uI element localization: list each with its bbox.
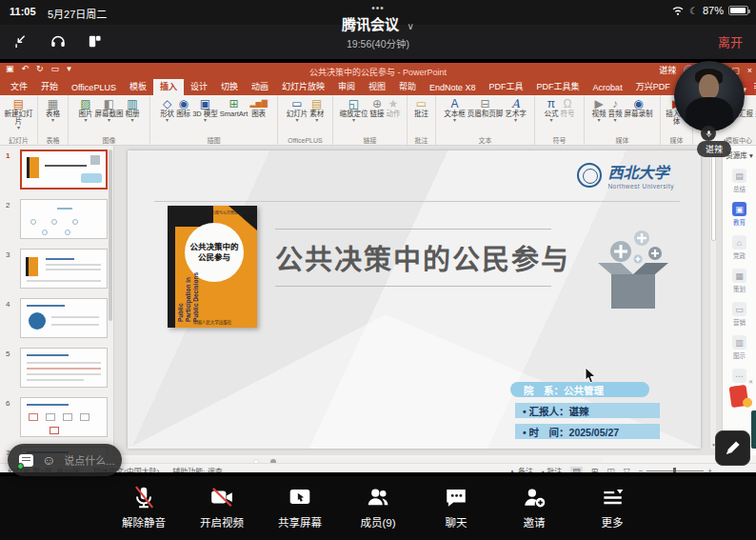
zoom-link-button[interactable]: ◱缩放定位▾ (339, 97, 369, 123)
symbol-button[interactable]: Ω符号 (560, 97, 576, 118)
hyperlink-button[interactable]: ⊕链接 (369, 97, 386, 118)
thumbnail-preview (81, 173, 102, 183)
presenter-webcam[interactable] (674, 61, 745, 131)
shapes-button[interactable]: ◇形状▾ (159, 97, 175, 123)
zoom-out-icon[interactable]: − (639, 467, 644, 472)
tab-officeplus[interactable]: OfficePLUS (65, 80, 123, 95)
members-button[interactable]: 成员(9) (350, 485, 406, 540)
leave-meeting-button[interactable]: 离开 (718, 32, 743, 50)
tab-review[interactable]: 审阅 (331, 79, 362, 95)
chevron-down-icon: ▾ (749, 151, 753, 160)
textbox-button[interactable]: A文本框▾ (443, 97, 467, 123)
red-envelope-promo[interactable] (729, 385, 749, 408)
tab-transitions[interactable]: 切换 (214, 79, 245, 95)
slide-sorter-view-icon[interactable]: ⊞ (591, 467, 599, 473)
start-video-button[interactable]: 开启视频 (194, 485, 249, 540)
ribbon-tabs: 文件 开始 OfficePLUS 模板 插入 设计 切换 动画 幻灯片放映 审阅… (0, 79, 756, 95)
tab-home[interactable]: 开始 (34, 79, 65, 95)
slide-thumbnail-3[interactable] (20, 249, 108, 289)
slide-thumbnail-6[interactable] (20, 397, 108, 437)
zoom-in-icon[interactable]: + (707, 467, 712, 472)
slide-thumbnail-4[interactable] (20, 298, 108, 338)
account-name[interactable]: 谌辣 (659, 64, 676, 76)
chart-button[interactable]: ▂▅▇图表 (249, 97, 268, 118)
share-screen-button[interactable]: 共享屏幕 (272, 485, 328, 540)
emoji-icon[interactable]: ☺ (42, 453, 55, 467)
tab-help[interactable]: 帮助 (392, 79, 423, 95)
wordart-button[interactable]: A艺术字▾ (504, 97, 527, 123)
book-series: 公共行政与公共管理经典译丛 (190, 210, 253, 215)
addin-item-diagram[interactable]: ▥图示 (723, 335, 756, 360)
smartart-button[interactable]: ⊞SmartArt (219, 97, 249, 118)
slide-title-block[interactable]: 公共决策中的公民参与 (275, 229, 551, 287)
dropdown-caret-icon: ▾ (315, 118, 318, 123)
dropdown-caret-icon: ▾ (295, 118, 298, 123)
tab-pdf-tools[interactable]: PDF工具 (483, 79, 530, 95)
annotation-pen-button[interactable] (715, 430, 750, 466)
more-button[interactable]: 更多 (585, 485, 640, 540)
addin-item-planning[interactable]: ▦策划 (723, 269, 756, 293)
chat-input-placeholder[interactable]: 说点什么... (64, 452, 114, 468)
header-footer-icon: ⊟ (480, 97, 489, 110)
slide[interactable]: 西北大学 Northwest University 公共行政与公共管理经典译丛 … (128, 150, 701, 449)
video-button[interactable]: ▶视频▾ (591, 97, 607, 123)
slide-thumbnail-1[interactable] (20, 150, 108, 190)
tab-endnote[interactable]: EndNote X8 (423, 80, 483, 95)
new-slide-button[interactable]: ▤新建幻灯片▾ (2, 97, 35, 130)
book-corner (229, 206, 257, 230)
thumbnail-scrollbar[interactable] (108, 146, 113, 455)
tab-insert[interactable]: 插入 (153, 79, 184, 95)
addin-item-party[interactable]: ⌂党政 (723, 235, 756, 260)
thumbnail-preview (29, 312, 46, 330)
icons-button[interactable]: ◉图标 (175, 97, 191, 118)
tab-file[interactable]: 文件 (4, 79, 34, 95)
header-footer-button[interactable]: ⊟页眉和页脚 (467, 97, 505, 118)
zoom-slider[interactable]: − + (639, 467, 712, 472)
quick-chat-bar[interactable]: ☺ 说点什么... (8, 444, 122, 476)
tab-design[interactable]: 设计 (184, 79, 214, 95)
table-button[interactable]: ▦表格▾ (45, 97, 61, 123)
screen-record-button[interactable]: ◉屏幕录制 (624, 97, 654, 118)
action-button[interactable]: ★动作 (386, 97, 402, 118)
album-button[interactable]: ▥相册▾ (125, 97, 141, 123)
presenter-info: 院 系：公共管理 • 汇报人：谌辣 • 时 间：2025/05/27 (510, 382, 663, 439)
audio-button[interactable]: ♪音频▾ (607, 97, 624, 123)
tab-animations[interactable]: 动画 (245, 79, 275, 95)
meeting-title[interactable]: 腾讯会议 (342, 16, 399, 32)
zoom-slider-thumb[interactable] (673, 468, 676, 472)
addin-item-education[interactable]: ▣教育 (723, 202, 756, 227)
picture-button[interactable]: ▨图片▾ (78, 97, 94, 123)
comment-button[interactable]: ▭批注 (413, 97, 429, 118)
close-window-icon[interactable]: × (747, 66, 752, 75)
chat-bubble-icon[interactable] (19, 454, 33, 467)
addin-item-summary[interactable]: ▤总结 (723, 169, 756, 193)
screenshot-button[interactable]: ◧屏幕截图▾ (94, 97, 125, 123)
unmute-button[interactable]: 解除静音 (116, 485, 171, 540)
canvas-vertical-scrollbar[interactable]: ▲ ▼ (709, 146, 716, 449)
tab-pdf-toolset[interactable]: PDF工具集 (530, 79, 587, 95)
tab-acrobat[interactable]: Acrobat (587, 80, 629, 95)
addin-item-marketing[interactable]: ▭营销 (723, 302, 756, 327)
tab-view[interactable]: 视图 (362, 79, 392, 95)
accessibility-status[interactable]: 辅助功能: 调查 (172, 466, 222, 472)
dropdown-caret-icon: ▾ (166, 118, 169, 123)
invite-button[interactable]: 邀请 (507, 485, 562, 540)
reading-view-icon[interactable]: ◫ (607, 467, 615, 473)
normal-view-icon[interactable]: ▤ (570, 467, 583, 473)
equation-button[interactable]: π公式▾ (544, 97, 560, 123)
tab-template[interactable]: 模板 (123, 79, 153, 95)
3d-model-button[interactable]: ▣3D 模型▾ (191, 97, 219, 123)
comments-toggle[interactable]: ▪ 批注 (542, 466, 562, 472)
close-icon[interactable]: ✕ (748, 378, 753, 385)
notes-toggle[interactable]: ▲ 备注 (508, 466, 533, 472)
slide-thumbnail-5[interactable] (20, 348, 108, 388)
chat-button[interactable]: 聊天 (428, 485, 484, 540)
officeplus-slide-button[interactable]: ▭幻灯片▾ (286, 97, 309, 123)
side-handle[interactable] (751, 410, 756, 449)
slideshow-view-icon[interactable]: ▽ (624, 467, 630, 473)
photo-album-icon: ▥ (127, 97, 137, 110)
tab-slideshow[interactable]: 幻灯片放映 (275, 79, 331, 95)
tab-wanxing-pdf[interactable]: 万兴PDF (629, 79, 677, 95)
slide-thumbnail-2[interactable] (20, 199, 108, 239)
officeplus-asset-button[interactable]: ▤素材▾ (308, 97, 325, 123)
